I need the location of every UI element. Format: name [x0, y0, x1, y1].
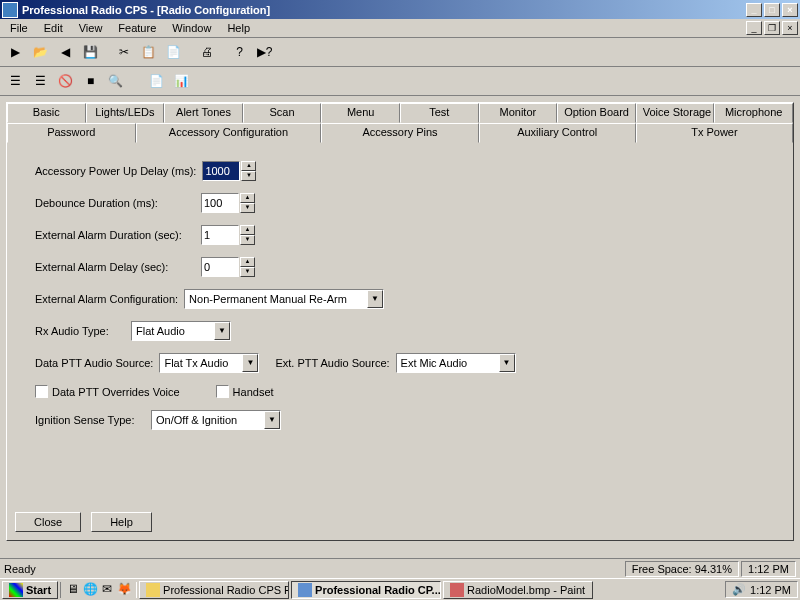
- ql-icon-1[interactable]: 🖥: [65, 582, 81, 598]
- paste-icon[interactable]: 📄: [162, 41, 185, 63]
- tab-accessory-pins[interactable]: Accessory Pins: [321, 123, 478, 143]
- data-ptt-overrides-checkbox[interactable]: [35, 385, 48, 398]
- magnify-icon[interactable]: 🔍: [104, 70, 127, 92]
- help-button[interactable]: Help: [91, 512, 152, 532]
- spin-down-icon[interactable]: ▼: [241, 171, 256, 181]
- read-device-icon[interactable]: ▶: [4, 41, 27, 63]
- tab-tx-power[interactable]: Tx Power: [636, 123, 793, 143]
- open-icon[interactable]: 📂: [29, 41, 52, 63]
- task-paint[interactable]: RadioModel.bmp - Paint: [443, 581, 593, 599]
- tray-clock: 1:12 PM: [750, 584, 791, 596]
- tab-password[interactable]: Password: [7, 123, 136, 143]
- debounce-label: Debounce Duration (ms):: [35, 197, 195, 209]
- folder-icon: [146, 583, 160, 597]
- toolbar-secondary: ☰ ☰ 🚫 ■ 🔍 📄 📊: [0, 67, 800, 96]
- tab-test[interactable]: Test: [400, 103, 479, 123]
- tab-menu[interactable]: Menu: [321, 103, 400, 123]
- tab-auxiliary-control[interactable]: Auxiliary Control: [479, 123, 636, 143]
- start-button[interactable]: Start: [2, 581, 58, 599]
- chevron-down-icon[interactable]: ▼: [214, 322, 230, 340]
- tab-lights-leds[interactable]: Lights/LEDs: [86, 103, 165, 123]
- ql-icon-4[interactable]: 🦊: [116, 582, 132, 598]
- rx-combo[interactable]: Flat Audio ▼: [131, 321, 231, 341]
- menu-view[interactable]: View: [71, 20, 111, 36]
- task3-label: RadioModel.bmp - Paint: [467, 584, 585, 596]
- system-tray[interactable]: 🔊 1:12 PM: [725, 581, 798, 598]
- close-window-button[interactable]: ×: [782, 3, 798, 17]
- mdi-minimize-button[interactable]: _: [746, 21, 762, 35]
- menu-help[interactable]: Help: [219, 20, 258, 36]
- tab-scan[interactable]: Scan: [243, 103, 322, 123]
- spin-down-icon[interactable]: ▼: [240, 235, 255, 245]
- windows-flag-icon: [9, 583, 23, 597]
- eptt-combo[interactable]: Ext Mic Audio ▼: [396, 353, 516, 373]
- chevron-down-icon[interactable]: ▼: [499, 354, 515, 372]
- app-icon: [2, 2, 18, 18]
- copy-icon[interactable]: 📋: [137, 41, 160, 63]
- context-help-icon[interactable]: ▶?: [253, 41, 276, 63]
- tab-monitor[interactable]: Monitor: [479, 103, 558, 123]
- eac-combo[interactable]: Non-Permanent Manual Re-Arm ▼: [184, 289, 384, 309]
- ql-icon-3[interactable]: ✉: [99, 582, 115, 598]
- chevron-down-icon[interactable]: ▼: [242, 354, 258, 372]
- ql-icon-2[interactable]: 🌐: [82, 582, 98, 598]
- eadel-input[interactable]: [201, 257, 239, 277]
- tab-basic[interactable]: Basic: [7, 103, 86, 123]
- apud-spinner[interactable]: ▲ ▼: [202, 161, 256, 181]
- debounce-input[interactable]: [201, 193, 239, 213]
- menu-window[interactable]: Window: [164, 20, 219, 36]
- menu-edit[interactable]: Edit: [36, 20, 71, 36]
- chevron-down-icon[interactable]: ▼: [264, 411, 280, 429]
- task-folder[interactable]: Professional Radio CPS R...: [139, 581, 289, 599]
- task-cps-active[interactable]: Professional Radio CP...: [291, 581, 441, 599]
- menu-feature[interactable]: Feature: [110, 20, 164, 36]
- tab-voice-storage[interactable]: Voice Storage: [636, 103, 715, 123]
- tool-e-icon[interactable]: 📄: [145, 70, 168, 92]
- dptt-value: Flat Tx Audio: [160, 357, 242, 369]
- chevron-down-icon[interactable]: ▼: [367, 290, 383, 308]
- spin-down-icon[interactable]: ▼: [240, 203, 255, 213]
- dptt-combo[interactable]: Flat Tx Audio ▼: [159, 353, 259, 373]
- handset-checkbox[interactable]: [216, 385, 229, 398]
- ign-label: Ignition Sense Type:: [35, 414, 145, 426]
- titlebar: Professional Radio CPS - [Radio Configur…: [0, 0, 800, 19]
- eptt-label: Ext. PTT Audio Source:: [275, 357, 389, 369]
- tool-a-icon[interactable]: ☰: [4, 70, 27, 92]
- spin-up-icon[interactable]: ▲: [240, 225, 255, 235]
- spin-up-icon[interactable]: ▲: [240, 257, 255, 267]
- tab-accessory-configuration[interactable]: Accessory Configuration: [136, 123, 322, 143]
- menu-file[interactable]: File: [2, 20, 36, 36]
- mdi-close-button[interactable]: ×: [782, 21, 798, 35]
- toolbar-main: ▶ 📂 ◀ 💾 ✂ 📋 📄 🖨 ? ▶?: [0, 38, 800, 67]
- spin-down-icon[interactable]: ▼: [240, 267, 255, 277]
- print-icon[interactable]: 🖨: [195, 41, 218, 63]
- ead-input[interactable]: [201, 225, 239, 245]
- tool-c-icon[interactable]: 🚫: [54, 70, 77, 92]
- save-icon[interactable]: 💾: [79, 41, 102, 63]
- chk2-label: Handset: [233, 386, 274, 398]
- tab-alert-tones[interactable]: Alert Tones: [164, 103, 243, 123]
- ead-spinner[interactable]: ▲ ▼: [201, 225, 255, 245]
- tool-f-icon[interactable]: 📊: [170, 70, 193, 92]
- tool-b-icon[interactable]: ☰: [29, 70, 52, 92]
- status-time: 1:12 PM: [741, 561, 796, 577]
- help-icon[interactable]: ?: [228, 41, 251, 63]
- spin-up-icon[interactable]: ▲: [241, 161, 256, 171]
- close-button[interactable]: Close: [15, 512, 81, 532]
- cut-icon[interactable]: ✂: [112, 41, 135, 63]
- tool-d-icon[interactable]: ■: [79, 70, 102, 92]
- ign-combo[interactable]: On/Off & Ignition ▼: [151, 410, 281, 430]
- tab-option-board[interactable]: Option Board: [557, 103, 636, 123]
- write-device-icon[interactable]: ◀: [54, 41, 77, 63]
- spin-up-icon[interactable]: ▲: [240, 193, 255, 203]
- maximize-button[interactable]: □: [764, 3, 780, 17]
- debounce-spinner[interactable]: ▲ ▼: [201, 193, 255, 213]
- dptt-label: Data PTT Audio Source:: [35, 357, 153, 369]
- eadel-spinner[interactable]: ▲ ▼: [201, 257, 255, 277]
- tray-icon-1[interactable]: 🔊: [732, 583, 746, 596]
- apud-input[interactable]: [202, 161, 240, 181]
- start-label: Start: [26, 584, 51, 596]
- mdi-restore-button[interactable]: ❐: [764, 21, 780, 35]
- tab-microphone[interactable]: Microphone: [714, 103, 793, 123]
- minimize-button[interactable]: _: [746, 3, 762, 17]
